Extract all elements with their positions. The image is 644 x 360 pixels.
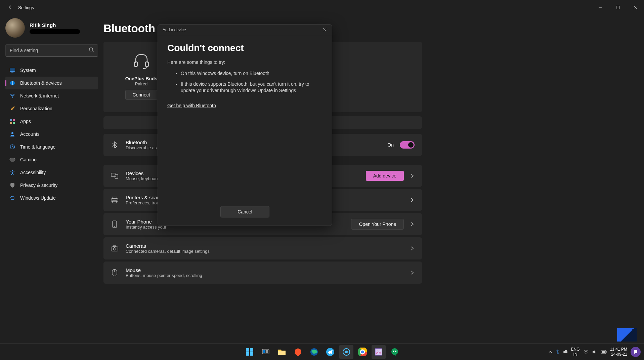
toggle-state: On [387, 142, 394, 148]
sidebar-item-system[interactable]: System [5, 64, 98, 77]
taskbar-app-edge[interactable] [307, 345, 321, 359]
taskbar-app-telegram[interactable] [323, 345, 337, 359]
taskbar-app-hangouts[interactable] [388, 345, 402, 359]
chevron-up-icon[interactable] [548, 350, 552, 354]
sidebar-item-personalization[interactable]: Personalization [5, 102, 98, 115]
sidebar: Ritik Singh System Bluetooth & devices N… [0, 15, 103, 343]
bluetooth-tray-icon[interactable] [556, 349, 560, 355]
svg-rect-25 [111, 247, 118, 251]
svg-point-2 [89, 48, 93, 51]
bluetooth-icon [111, 141, 118, 149]
start-button[interactable] [243, 345, 257, 359]
add-device-button[interactable]: Add device [366, 171, 404, 181]
dialog-subheading: Here are some things to try: [167, 59, 323, 65]
help-link[interactable]: Get help with Bluetooth [167, 103, 216, 108]
svg-point-7 [12, 97, 13, 98]
close-button[interactable] [627, 0, 644, 15]
cameras-row[interactable]: Cameras Connected cameras, default image… [103, 237, 422, 259]
sidebar-item-apps[interactable]: Apps [5, 115, 98, 128]
gamepad-icon [9, 157, 15, 163]
sidebar-item-label: Windows Update [20, 195, 56, 201]
svg-rect-57 [602, 351, 605, 353]
onedrive-icon[interactable] [563, 349, 568, 355]
sidebar-item-label: Bluetooth & devices [20, 80, 62, 86]
taskview-icon[interactable] [259, 345, 273, 359]
add-device-dialog: Add a device Couldn't connect Here are s… [158, 24, 332, 226]
mouse-icon [111, 269, 118, 276]
sidebar-item-label: System [20, 68, 36, 73]
taskbar-app-chrome[interactable] [355, 345, 370, 359]
volume-icon [592, 350, 597, 354]
maximize-button[interactable] [609, 0, 627, 15]
dialog-close-button[interactable] [320, 25, 329, 35]
dialog-bullet-2: If this device supports Bluetooth, but y… [181, 81, 323, 94]
svg-point-41 [345, 351, 348, 353]
taskbar-app-snip[interactable] [372, 345, 386, 359]
svg-rect-14 [10, 158, 15, 161]
svg-point-12 [11, 132, 13, 134]
camera-icon [111, 245, 118, 252]
bluetooth-toggle[interactable] [400, 141, 415, 149]
sidebar-item-accounts[interactable]: Accounts [5, 128, 98, 141]
search-icon [89, 47, 94, 54]
svg-rect-30 [246, 348, 249, 352]
nav: System Bluetooth & devices Network & int… [5, 64, 98, 204]
mouse-row[interactable]: Mouse Buttons, mouse pointer speed, scro… [103, 262, 422, 284]
phone-icon [111, 221, 118, 228]
svg-rect-20 [112, 197, 117, 199]
file-explorer-icon[interactable] [275, 345, 289, 359]
dialog-bullet-1: On this Windows device, turn on Bluetoot… [181, 70, 323, 77]
back-button[interactable] [4, 5, 16, 10]
dialog-window-title: Add a device [163, 28, 186, 32]
chevron-right-icon [410, 173, 415, 178]
system-tray[interactable] [548, 349, 568, 355]
row-title: Cameras [126, 243, 402, 249]
cancel-button[interactable]: Cancel [220, 206, 269, 217]
network-sound-tray[interactable] [583, 350, 607, 354]
sidebar-item-bluetooth-devices[interactable]: Bluetooth & devices [5, 77, 98, 89]
taskbar-app-brave[interactable] [291, 345, 305, 359]
svg-rect-21 [111, 199, 118, 201]
svg-rect-10 [10, 122, 12, 124]
sidebar-item-label: Personalization [20, 106, 52, 111]
device-name: OnePlus Buds [125, 76, 158, 81]
sidebar-item-gaming[interactable]: Gaming [5, 153, 98, 166]
sidebar-item-accessibility[interactable]: Accessibility [5, 166, 98, 179]
svg-rect-9 [13, 119, 15, 121]
svg-point-47 [361, 350, 364, 354]
svg-rect-1 [616, 6, 619, 9]
brush-icon [9, 106, 15, 112]
watermark-logo [617, 328, 637, 342]
open-your-phone-button[interactable]: Open Your Phone [351, 219, 404, 230]
svg-point-26 [113, 248, 116, 250]
svg-rect-37 [278, 351, 286, 355]
sidebar-item-label: Accessibility [20, 170, 46, 175]
chevron-right-icon [410, 222, 415, 227]
sidebar-item-windows-update[interactable]: Windows Update [5, 192, 98, 204]
taskbar-app-settings[interactable] [339, 345, 353, 359]
connect-button[interactable]: Connect [125, 90, 157, 100]
sidebar-item-label: Gaming [20, 157, 37, 162]
search-input[interactable] [5, 44, 98, 56]
svg-line-3 [92, 51, 94, 52]
wifi-icon [9, 93, 15, 99]
clock[interactable]: 11:41 PM 24-09-21 [610, 347, 627, 357]
language-indicator[interactable]: ENG IN [571, 347, 580, 357]
row-title: Mouse [126, 267, 402, 273]
sidebar-item-time-language[interactable]: Time & language [5, 141, 98, 153]
app-title: Settings [18, 5, 34, 10]
accessibility-icon [9, 169, 15, 175]
taskbar-notification-badge[interactable] [631, 347, 641, 357]
svg-point-15 [12, 170, 13, 171]
profile[interactable]: Ritik Singh [5, 18, 98, 44]
svg-point-54 [586, 353, 586, 354]
sidebar-item-network[interactable]: Network & internet [5, 89, 98, 102]
titlebar: Settings [0, 0, 644, 15]
avatar [5, 18, 25, 38]
svg-rect-52 [393, 351, 394, 352]
sidebar-item-privacy[interactable]: Privacy & security [5, 179, 98, 192]
chevron-right-icon [410, 270, 415, 275]
minimize-button[interactable] [592, 0, 609, 15]
svg-rect-35 [263, 350, 265, 353]
sidebar-item-label: Accounts [20, 131, 40, 137]
